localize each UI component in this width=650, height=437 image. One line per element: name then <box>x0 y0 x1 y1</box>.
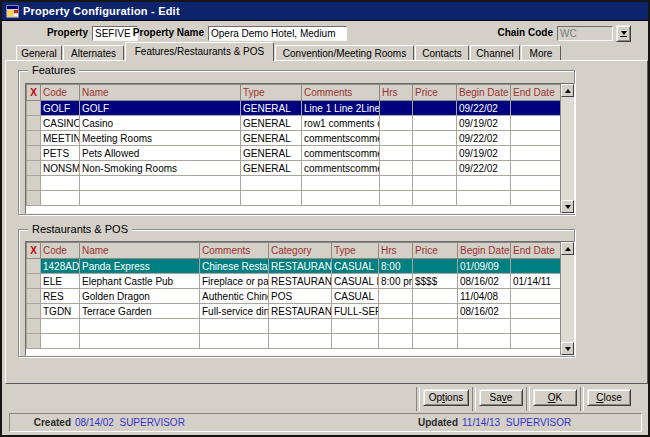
cell[interactable]: Meeting Rooms <box>80 131 241 146</box>
cell[interactable] <box>27 146 41 161</box>
cell[interactable]: 09/19/02 <box>457 116 511 131</box>
cell[interactable]: 11/04/08 <box>458 289 511 304</box>
cell[interactable]: $$$$ <box>413 274 458 289</box>
cell[interactable] <box>332 319 379 334</box>
scroll-track[interactable] <box>561 255 574 342</box>
cell[interactable]: ELE <box>41 274 80 289</box>
tab-channel[interactable]: Channel <box>470 45 520 61</box>
cell[interactable]: 8:00 <box>379 259 413 274</box>
cell[interactable]: Casino <box>80 116 241 131</box>
cell[interactable]: commentscommen <box>302 146 380 161</box>
ok-button[interactable]: OK <box>533 389 577 406</box>
cell[interactable]: RESTAURANT <box>269 304 332 319</box>
cell[interactable]: Elephant Castle Pub <box>80 274 200 289</box>
table-row[interactable]: MEETINGMeeting RoomsGENERALcommentscomme… <box>27 131 561 146</box>
cell[interactable] <box>511 304 561 319</box>
cell[interactable]: Panda Express <box>80 259 200 274</box>
table-row[interactable]: RESGolden DragonAuthentic ChinesPOSCASUA… <box>27 289 561 304</box>
cell[interactable] <box>413 334 458 349</box>
cell[interactable] <box>380 191 413 206</box>
restaurants-scrollbar[interactable] <box>560 242 574 355</box>
cell[interactable] <box>380 116 413 131</box>
scroll-up-button[interactable] <box>561 242 574 255</box>
cell[interactable]: commentscommen <box>302 131 380 146</box>
cell[interactable] <box>269 319 332 334</box>
cell[interactable]: commentscommen <box>302 161 380 176</box>
cell[interactable] <box>380 161 413 176</box>
cell[interactable] <box>27 274 41 289</box>
cell[interactable]: Terrace Garden <box>80 304 200 319</box>
tab-alternates[interactable]: Alternates <box>63 45 124 61</box>
cell[interactable]: PETS <box>41 146 80 161</box>
cell[interactable]: 08/16/02 <box>458 274 511 289</box>
cell[interactable]: 09/19/02 <box>457 146 511 161</box>
save-button[interactable]: Save <box>479 389 523 406</box>
cell[interactable] <box>80 176 241 191</box>
cell[interactable] <box>511 334 561 349</box>
tab-contacts[interactable]: Contacts <box>415 45 469 61</box>
cell[interactable] <box>511 116 561 131</box>
cell[interactable] <box>27 334 41 349</box>
cell[interactable] <box>511 161 561 176</box>
cell[interactable]: 01/14/11 <box>511 274 561 289</box>
chain-code-lov-button[interactable] <box>616 25 631 42</box>
cell[interactable] <box>27 289 41 304</box>
empty-row[interactable] <box>27 319 561 334</box>
cell[interactable]: 09/22/02 <box>457 131 511 146</box>
cell[interactable]: Non-Smoking Rooms <box>80 161 241 176</box>
cell[interactable]: NONSMK <box>41 161 80 176</box>
cell[interactable]: Fireplace or pat <box>200 274 269 289</box>
cell[interactable] <box>302 176 380 191</box>
cell[interactable] <box>379 289 413 304</box>
table-row[interactable]: PETSPets AllowedGENERALcommentscommen09/… <box>27 146 561 161</box>
cell[interactable]: GOLF <box>41 101 80 116</box>
cell[interactable] <box>27 319 41 334</box>
cell[interactable] <box>413 146 457 161</box>
cell[interactable] <box>413 304 458 319</box>
scroll-up-button[interactable] <box>561 84 574 97</box>
features-scrollbar[interactable] <box>560 84 574 213</box>
cell[interactable] <box>458 334 511 349</box>
tab-general[interactable]: General <box>16 45 62 61</box>
cell[interactable] <box>41 176 80 191</box>
cell[interactable] <box>413 259 458 274</box>
cell[interactable] <box>27 176 41 191</box>
empty-row[interactable] <box>27 191 561 206</box>
cell[interactable] <box>458 319 511 334</box>
cell[interactable] <box>27 131 41 146</box>
table-row[interactable]: 1428ADPanda ExpressChinese RestauRESTAUR… <box>27 259 561 274</box>
table-row[interactable]: NONSMKNon-Smoking RoomsGENERALcommentsco… <box>27 161 561 176</box>
cell[interactable] <box>41 319 80 334</box>
cell[interactable]: CASINO <box>41 116 80 131</box>
cell[interactable] <box>41 334 80 349</box>
cell[interactable] <box>302 191 380 206</box>
cell[interactable] <box>511 289 561 304</box>
cell[interactable]: row1 comments o <box>302 116 380 131</box>
cell[interactable]: RESTAURANT <box>269 274 332 289</box>
scroll-track[interactable] <box>561 97 574 200</box>
table-row[interactable]: TGDNTerrace GardenFull-service dininREST… <box>27 304 561 319</box>
cell[interactable]: 09/22/02 <box>457 101 511 116</box>
empty-row[interactable] <box>27 176 561 191</box>
cell[interactable] <box>413 161 457 176</box>
cell[interactable] <box>80 334 200 349</box>
cell[interactable] <box>379 319 413 334</box>
cell[interactable] <box>511 101 561 116</box>
cell[interactable] <box>380 131 413 146</box>
cell[interactable]: GENERAL <box>241 101 302 116</box>
cell[interactable]: Authentic Chines <box>200 289 269 304</box>
cell[interactable] <box>413 191 457 206</box>
cell[interactable]: CASUAL <box>332 289 379 304</box>
cell[interactable] <box>413 176 457 191</box>
scroll-down-button[interactable] <box>561 200 574 213</box>
table-row[interactable]: GOLFGOLFGENERALLine 1 Line 2Line09/22/02 <box>27 101 561 116</box>
cell[interactable] <box>332 334 379 349</box>
cell[interactable]: GENERAL <box>241 161 302 176</box>
cell[interactable]: Full-service dinin <box>200 304 269 319</box>
cell[interactable] <box>241 176 302 191</box>
cell[interactable] <box>413 289 458 304</box>
scroll-down-button[interactable] <box>561 342 574 355</box>
cell[interactable] <box>511 146 561 161</box>
cell[interactable] <box>511 191 561 206</box>
cell[interactable] <box>27 259 41 274</box>
